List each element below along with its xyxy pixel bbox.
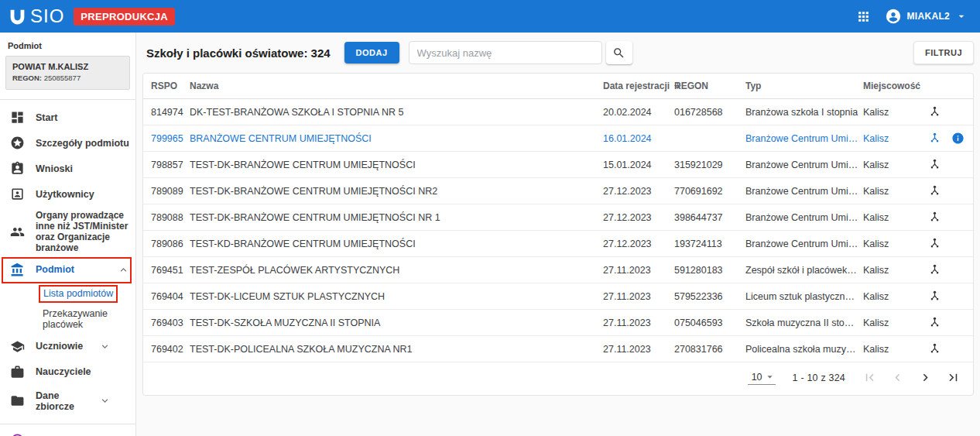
sidebar-item-label: Organy prowadzące inne niż JST/Minister … xyxy=(36,210,129,254)
table-row[interactable]: 814974 DK-TEST-BRANŻOWA SZKOŁA I STOPNIA… xyxy=(143,99,973,125)
column-header-nazwa[interactable]: Nazwa xyxy=(190,74,603,99)
sidebar-item-przekazywanie-placowek[interactable]: Przekazywanie placówek xyxy=(0,304,135,334)
cell-miejscowosc: Kalisz xyxy=(863,257,928,283)
sidebar-item-nauczyciele[interactable]: Nauczyciele xyxy=(0,359,135,385)
bank-icon xyxy=(10,263,25,277)
sidebar-item-label: Lista podmiotów xyxy=(39,285,118,303)
folder-icon xyxy=(10,393,25,408)
sidebar-item-dane-zbiorcze[interactable]: Dane zbiorcze xyxy=(0,385,135,417)
cell-data-rejestracji: 15.01.2024 xyxy=(603,152,674,178)
sidebar-item-organy-prowadzace[interactable]: Organy prowadzące inne niż JST/Minister … xyxy=(0,207,135,257)
sidebar-item-label: Użytkownicy xyxy=(36,189,94,200)
table-row[interactable]: 789088 TEST-DK-BRANŻOWE CENTRUM UMIEJĘTN… xyxy=(143,204,973,231)
structure-icon[interactable] xyxy=(928,290,941,303)
cell-data-rejestracji: 27.12.2023 xyxy=(603,231,674,257)
cell-miejscowosc: Kalisz xyxy=(863,310,928,336)
cell-actions xyxy=(928,336,973,362)
cell-miejscowosc: Kalisz xyxy=(863,152,928,178)
sidebar-item-szczegoly-podmiotu[interactable]: Szczegóły podmiotu xyxy=(0,130,135,156)
cell-nazwa: TEST-DK-POLICEALNA SZKOŁA MUZYCZNA NR1 xyxy=(190,336,603,362)
cell-miejscowosc: Kalisz xyxy=(863,283,928,310)
sidebar: Podmiot POWIAT M.KALISZ REGON: 250855877… xyxy=(0,33,136,436)
column-header-typ[interactable]: Typ xyxy=(745,74,863,99)
search-button[interactable] xyxy=(606,41,632,64)
last-page-button[interactable] xyxy=(946,370,961,385)
cell-typ: Branżowe Centrum Umiejętn... xyxy=(745,152,863,178)
page-title: Szkoły i placówki oświatowe: 324 xyxy=(146,46,331,60)
cell-nazwa: TEST-DK-LICEUM SZTUK PLASTYCZNYCH xyxy=(190,283,603,310)
avatar-icon xyxy=(885,8,902,25)
structure-icon[interactable] xyxy=(928,316,941,329)
cell-data-rejestracji: 27.12.2023 xyxy=(603,178,674,204)
structure-icon[interactable] xyxy=(928,158,941,171)
cell-nazwa: TEST-KD-BRANŻOWE CENTRUM UMIEJĘTNOŚCI xyxy=(190,231,603,257)
structure-icon[interactable] xyxy=(928,237,941,250)
cell-typ: Branżowa szkoła I stopnia xyxy=(745,99,863,125)
cell-data-rejestracji: 27.12.2023 xyxy=(603,204,674,231)
previous-page-button[interactable] xyxy=(890,370,905,385)
sidebar-item-label: Uczniowie xyxy=(36,341,83,352)
sidebar-item-wnioski[interactable]: Wnioski xyxy=(0,156,135,181)
add-button[interactable]: DODAJ xyxy=(344,42,399,64)
cell-rspo: 798857 xyxy=(143,152,190,178)
sidebar-item-pomoc[interactable]: Pomoc xyxy=(0,427,135,436)
user-menu[interactable]: MIAKAL2 xyxy=(885,8,968,25)
table-row[interactable]: 789089 TEST-DK-BRANŻOWE CENTRUM UMIEJĘTN… xyxy=(143,178,973,204)
column-header-rspo[interactable]: RSPO xyxy=(143,74,190,99)
structure-icon[interactable] xyxy=(928,211,941,224)
cell-nazwa: TEST-DK-SZKOŁA MUZYCZNA II STOPNIA xyxy=(190,310,603,336)
sidebar-item-label: Start xyxy=(36,112,57,123)
sidebar-item-uczniowie[interactable]: Uczniowie xyxy=(0,334,135,359)
sidebar-item-label: Dane zbiorcze xyxy=(36,390,88,412)
cell-nazwa: TEST-DK-BRANŻOWE CENTRUM UMIEJĘTNOŚCI NR… xyxy=(190,204,603,231)
structure-icon[interactable] xyxy=(928,132,941,145)
sidebar-item-lista-podmiotow[interactable]: Lista podmiotów xyxy=(0,283,135,304)
cell-typ: Branżowe Centrum Umiejętn... xyxy=(745,231,863,257)
table-row[interactable]: 769403 TEST-DK-SZKOŁA MUZYCZNA II STOPNI… xyxy=(143,310,973,336)
column-header-miejscowosc[interactable]: Miejscowość xyxy=(863,74,928,99)
table-row[interactable]: 769451 TEST-ZESPÓŁ PLACÓWEK ARTYSTYCZNYC… xyxy=(143,257,973,283)
sio-logo[interactable]: SIO xyxy=(8,7,64,26)
sidebar-section-label: Podmiot xyxy=(0,36,135,54)
cell-nazwa: DK-TEST-BRANŻOWA SZKOŁA I STOPNIA NR 5 xyxy=(190,99,603,125)
sidebar-item-podmiot[interactable]: Podmiot xyxy=(0,257,135,283)
cell-rspo: 799965 xyxy=(143,125,190,152)
structure-icon[interactable] xyxy=(928,342,941,355)
cell-actions xyxy=(928,99,973,125)
help-icon xyxy=(10,433,25,436)
pagination-range: 1 - 10 z 324 xyxy=(793,372,845,383)
cell-data-rejestracji: 16.01.2024 xyxy=(603,125,674,152)
column-header-regon[interactable]: REGON xyxy=(674,74,745,99)
filter-button[interactable]: FILTRUJ xyxy=(913,41,974,64)
topbar-left: SIO PREPRODUKCJA xyxy=(8,7,175,26)
page-size-select[interactable]: 10 xyxy=(748,370,776,385)
table-row[interactable]: 789086 TEST-KD-BRANŻOWE CENTRUM UMIEJĘTN… xyxy=(143,231,973,257)
cell-regon: 398644737 xyxy=(674,204,745,231)
info-icon[interactable] xyxy=(951,132,965,145)
structure-icon[interactable] xyxy=(928,263,941,276)
cell-miejscowosc: Kalisz xyxy=(863,231,928,257)
first-page-button[interactable] xyxy=(862,370,877,385)
cell-actions xyxy=(928,283,973,310)
cell-regon: 770691692 xyxy=(674,178,745,204)
column-header-actions xyxy=(928,74,973,99)
column-header-data-rejestracji[interactable]: Data rejestracji xyxy=(603,74,674,99)
table-row[interactable]: 769404 TEST-DK-LICEUM SZTUK PLASTYCZNYCH… xyxy=(143,283,973,310)
cell-regon: 315921029 xyxy=(674,152,745,178)
structure-icon[interactable] xyxy=(928,105,941,118)
cell-regon xyxy=(674,125,745,152)
sidebar-item-start[interactable]: Start xyxy=(0,105,135,130)
search-input[interactable] xyxy=(409,41,602,64)
cell-nazwa: TEST-DK-BRANŻOWE CENTRUM UMIEJĘTNOŚCI NR… xyxy=(190,178,603,204)
table-row[interactable]: 799965 BRANŻOWE CENTRUM UMIEJĘTNOŚCI 16.… xyxy=(143,125,973,152)
cell-actions xyxy=(928,231,973,257)
cell-miejscowosc: Kalisz xyxy=(863,178,928,204)
structure-icon[interactable] xyxy=(928,184,941,197)
table-row[interactable]: 798857 TEST-DK-BRANŻOWE CENTRUM UMIEJĘTN… xyxy=(143,152,973,178)
sidebar-item-uzytkownicy[interactable]: Użytkownicy xyxy=(0,181,135,207)
next-page-button[interactable] xyxy=(918,370,933,385)
apps-grid-icon[interactable] xyxy=(856,9,871,24)
table-row[interactable]: 769402 TEST-DK-POLICEALNA SZKOŁA MUZYCZN… xyxy=(143,336,973,362)
chevron-down-icon xyxy=(955,10,968,22)
cell-miejscowosc: Kalisz xyxy=(863,99,928,125)
